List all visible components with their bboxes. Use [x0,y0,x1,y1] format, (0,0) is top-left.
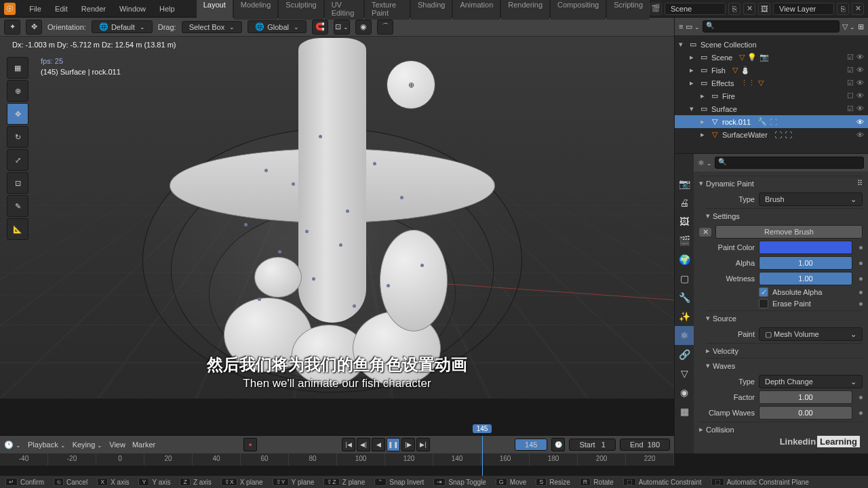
outliner-row-surface[interactable]: ▭ Surface ☑👁 [675,102,868,115]
alpha-slider[interactable]: 1.00 [759,256,852,270]
snap-icon[interactable]: 🧲 [312,20,328,35]
viewport-3d[interactable]: Dx: -1.003 m Dy: -5.712 m Dz: 12.54 m (1… [0,37,674,399]
keyframe-next-icon[interactable]: |▶ [401,438,415,451]
viewlayer-browse-icon[interactable]: 🖼 [758,3,770,15]
waves-type-dropdown[interactable]: Depth Change⌄ [759,375,863,388]
pause-icon[interactable]: ❚❚ [387,438,400,451]
workspace-tab-rendering[interactable]: Rendering [501,0,549,20]
panel-collision[interactable]: Collision [699,422,863,436]
prop-tab-physics[interactable]: ⚛ [675,326,694,345]
workspace-tab-animation[interactable]: Animation [453,0,500,20]
timeline-editor-icon[interactable]: 🕐 [4,441,21,449]
prop-tab-scene[interactable]: 🎬 [675,231,694,250]
panel-dynamic-paint[interactable]: Dynamic Paint⠿ [699,176,863,190]
panel-velocity[interactable]: Velocity [706,343,863,358]
playback-menu[interactable]: Playback [28,441,66,449]
autokey-record-icon[interactable]: ● [243,438,257,451]
proportional-falloff-icon[interactable]: ⌒ [377,20,393,35]
exclude-checkbox[interactable]: ☑ [847,104,854,113]
erase-paint-checkbox[interactable] [759,299,768,308]
animate-dot-icon[interactable] [859,302,863,306]
timeline-marker-menu[interactable]: Marker [132,441,155,449]
eye-icon[interactable]: 👁 [856,118,864,126]
new-scene-icon[interactable]: ⎘ [728,3,741,15]
menu-help[interactable]: Help [153,5,182,13]
panel-waves[interactable]: Waves [706,358,863,373]
eye-icon[interactable]: 👁 [856,92,864,100]
exclude-checkbox[interactable]: ☐ [847,92,854,100]
workspace-tab-modeling[interactable]: Modeling [234,0,278,20]
eye-icon[interactable]: 👁 [856,53,864,62]
prop-tab-texture[interactable]: ▦ [675,402,694,421]
transform-space-dropdown[interactable]: 🌐 Global [248,20,307,33]
brush-type-dropdown[interactable]: Brush⌄ [759,192,863,206]
animate-dot-icon[interactable] [859,291,863,294]
close-icon[interactable]: ✕ [699,228,711,237]
orientation-dropdown[interactable]: 🌐 Default [92,20,153,33]
workspace-tab-compositing[interactable]: Compositing [551,0,606,20]
outliner-editor-icon[interactable]: ≡ [679,22,683,30]
outliner-search-input[interactable] [703,20,840,33]
eye-icon[interactable]: 👁 [856,66,864,75]
animate-dot-icon[interactable] [859,277,863,281]
viewlayer-name-field[interactable]: View Layer [773,3,834,15]
editor-type-icon[interactable]: ✦ [4,20,20,35]
menu-window[interactable]: Window [113,5,153,13]
factor-field[interactable]: 1.00 [759,390,852,404]
end-frame-field[interactable]: End 180 [620,439,670,451]
prop-tab-world[interactable]: 🌍 [675,250,694,269]
animate-dot-icon[interactable] [859,411,863,415]
panel-settings[interactable]: Settings [706,208,863,223]
preview-range-icon[interactable]: 🕐 [551,438,565,451]
tool-move[interactable]: ✥ [7,103,28,125]
tool-rotate[interactable]: ↻ [7,126,28,148]
menu-file[interactable]: File [22,5,48,13]
scene-browse-icon[interactable]: 🎬 [650,3,662,15]
exclude-checkbox[interactable]: ☑ [847,66,854,75]
jump-end-icon[interactable]: ▶| [416,438,430,451]
tool-measure[interactable]: 📐 [7,218,28,240]
prop-tab-viewlayer[interactable]: 🖼 [675,212,694,231]
delete-scene-icon[interactable]: ✕ [743,3,755,15]
wetness-slider[interactable]: 1.00 [759,272,852,285]
panel-source[interactable]: Source [706,310,863,325]
keyframe-prev-icon[interactable]: ◀| [357,438,370,451]
animate-dot-icon[interactable] [859,262,863,265]
prop-tab-output[interactable]: 🖨 [675,193,694,212]
exclude-checkbox[interactable]: ☑ [847,53,854,62]
prop-tab-modifier[interactable]: 🔧 [675,288,694,307]
remove-brush-button[interactable]: Remove Brush [715,225,863,239]
tool-scale[interactable]: ⤢ [7,149,28,171]
workspace-tab-scripting[interactable]: Scripting [607,0,650,20]
prop-tab-render[interactable]: 📷 [675,174,694,193]
workspace-tab-texturepaint[interactable]: Texture Paint [365,0,410,20]
eye-icon[interactable]: 👁 [856,131,864,139]
outliner-row-effects[interactable]: ▭ Effects ⋮⋮ ▽ ☑👁 [675,77,868,89]
cursor-tool-icon[interactable]: ✥ [26,20,42,35]
menu-render[interactable]: Render [75,5,113,13]
outliner-row-rock011[interactable]: ▽ rock.011 🔧 ⛶ 👁 [675,115,868,128]
prop-pin-icon[interactable]: ⚛ [698,159,712,167]
delete-viewlayer-icon[interactable]: ✕ [852,3,864,15]
outliner-row-fire[interactable]: ▭ Fire ☐👁 [675,89,868,102]
outliner-row-surfacewater[interactable]: ▽ SurfaceWater ⛶ ⛶ 👁 [675,128,868,141]
play-reverse-icon[interactable]: ◀ [372,438,385,451]
clamp-field[interactable]: 0.00 [759,406,852,420]
absolute-alpha-checkbox[interactable]: ✓ [759,287,768,297]
animate-dot-icon[interactable] [859,396,863,399]
drag-dropdown[interactable]: Select Box [182,21,243,33]
tool-transform[interactable]: ⊡ [7,172,28,194]
outliner-filter-icon[interactable]: ▽ [842,22,855,31]
timeline-track[interactable]: 145 [0,466,674,476]
tool-annotate[interactable]: ✎ [7,195,28,217]
jump-start-icon[interactable]: |◀ [342,438,355,451]
tool-select-box[interactable]: ▦ [7,57,28,79]
timeline-ruler[interactable]: -40 -20 0 20 40 60 80 100 120 140 160 18… [0,453,674,466]
start-frame-field[interactable]: Start 1 [569,439,616,451]
new-viewlayer-icon[interactable]: ⎘ [837,3,849,15]
prop-tab-material[interactable]: ◉ [675,383,694,402]
proportional-edit-icon[interactable]: ◉ [355,20,372,35]
prop-tab-particles[interactable]: ✨ [675,307,694,326]
workspace-tab-shading[interactable]: Shading [411,0,452,20]
workspace-tab-uv[interactable]: UV Editing [325,0,363,20]
